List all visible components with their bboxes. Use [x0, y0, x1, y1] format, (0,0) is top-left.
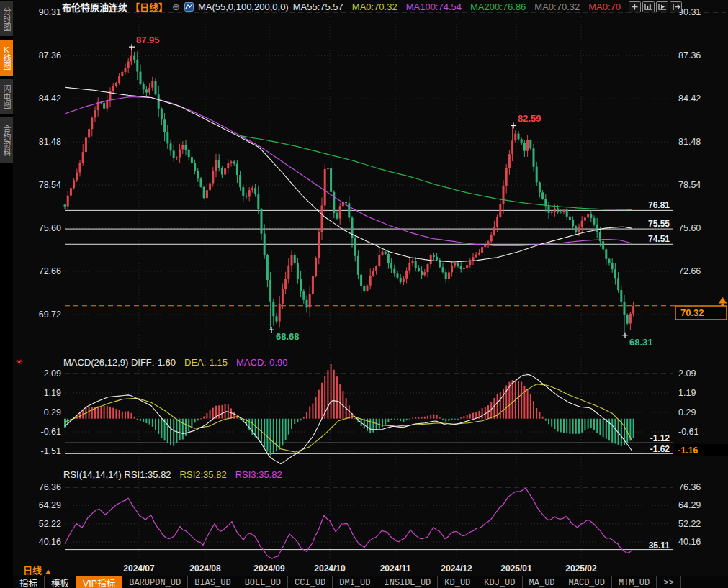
sidebar-item-contract-info[interactable]: 合约资料	[0, 117, 13, 163]
bottom-tab-macd[interactable]: MACD_UD	[562, 576, 612, 588]
svg-text:64.29: 64.29	[39, 500, 61, 510]
ma-value: MA0:70	[588, 1, 621, 12]
svg-text:69.72: 69.72	[39, 309, 61, 320]
x-axis-label: 2024/12	[431, 564, 482, 574]
period-selector[interactable]: 日线 ▲	[23, 563, 52, 576]
ma-formula: MA(55,0,100,200,0,0)	[198, 1, 289, 12]
svg-text:82.59: 82.59	[518, 113, 541, 124]
bottom-tab-more[interactable]: >>	[657, 576, 680, 588]
svg-text:84.42: 84.42	[678, 94, 701, 104]
macd-alert-icon[interactable]: ☀	[15, 357, 23, 367]
svg-text:87.95: 87.95	[136, 35, 160, 45]
svg-text:-1.16: -1.16	[678, 445, 698, 456]
svg-text:-0.61: -0.61	[678, 427, 699, 437]
sidebar-item-time-chart[interactable]: 分时图	[0, 1, 13, 36]
svg-text:87.36: 87.36	[39, 50, 61, 60]
rsi-header: RSI(14,14,14) RSI1:35.82RSI2:35.82RSI3:3…	[63, 469, 282, 480]
x-axis-label: 2025/01	[491, 564, 541, 574]
chart-toolbar	[629, 1, 682, 12]
svg-text:75.60: 75.60	[39, 223, 61, 233]
ma-value: MA0:70.32	[352, 1, 397, 12]
svg-text:81.48: 81.48	[678, 137, 701, 147]
bottom-tab-vip-indicator[interactable]: VIP指标	[76, 576, 122, 588]
svg-text:0.29: 0.29	[678, 407, 696, 417]
macd-value: DEA:-1.15	[184, 357, 228, 368]
svg-text:-1.62: -1.62	[650, 444, 670, 454]
ma-values: MA55:75.57MA0:70.32MA100:74.54MA200:76.8…	[293, 1, 621, 12]
macd-header: MACD(26,12,9) DIFF:-1.60DEA:-1.15MACD:-0…	[63, 357, 288, 368]
sidebar-item-kline-chart[interactable]: K线图	[0, 40, 13, 76]
bottom-tab-mtm[interactable]: MTM_UD	[612, 576, 657, 588]
bottom-tab-ma[interactable]: MA_UD	[523, 576, 562, 588]
hline-layer: 76.8175.5574.51-1.12-1.6235.11	[65, 200, 673, 550]
svg-text:1.19: 1.19	[678, 388, 696, 398]
bottom-tab-dmi[interactable]: DMI_UD	[333, 576, 377, 588]
svg-text:68.31: 68.31	[629, 337, 653, 348]
svg-text:76.36: 76.36	[678, 482, 701, 492]
kline-mini-icon	[184, 2, 194, 12]
add-indicator-icon[interactable]: ⊕	[172, 1, 180, 12]
svg-text:64.29: 64.29	[678, 500, 701, 510]
period-tag: 【日线】	[130, 0, 168, 14]
app-window: 76.8175.5574.51-1.12-1.6235.11-1.1690.31…	[0, 0, 728, 588]
rsi-value: RSI(14,14,14) RSI1:35.82	[63, 469, 171, 480]
x-axis-label: 2024/08	[180, 564, 230, 574]
chart-header: 布伦特原油连续 【日线】 ⊕ MA(55,0,100,200,0,0) MA55…	[62, 1, 621, 13]
instrument-title: 布伦特原油连续	[62, 0, 127, 14]
svg-text:2.09: 2.09	[44, 368, 61, 379]
bottom-tab-kd[interactable]: KD_UD	[438, 576, 477, 588]
svg-text:74.51: 74.51	[648, 234, 670, 244]
svg-text:78.54: 78.54	[39, 180, 61, 190]
macd-value: MACD(26,12,9) DIFF:-1.60	[63, 357, 176, 368]
bottom-tab-barupdn[interactable]: BARUPDN_UD	[122, 576, 188, 588]
svg-text:0.29: 0.29	[44, 407, 61, 417]
ma-value: MA55:75.57	[293, 1, 343, 12]
bottom-tab-inside[interactable]: INSIDE_UD	[377, 576, 438, 588]
svg-text:-0.61: -0.61	[41, 427, 62, 437]
ma-value: MA100:74.54	[406, 1, 462, 12]
bottom-tab-kdj[interactable]: KDJ_UD	[477, 576, 522, 588]
svg-text:84.42: 84.42	[39, 94, 61, 104]
svg-text:87.36: 87.36	[678, 50, 701, 60]
svg-text:75.55: 75.55	[648, 219, 670, 229]
last-price-tag: 70.32	[675, 297, 727, 320]
bottom-tab-template[interactable]: 模板	[45, 576, 76, 588]
x-axis-label: 2024/07	[114, 564, 164, 574]
ma-value: MA200:76.86	[470, 1, 526, 12]
svg-text:72.66: 72.66	[678, 266, 701, 276]
svg-text:75.60: 75.60	[678, 223, 701, 233]
x-axis-label: 2024/10	[305, 564, 355, 574]
svg-text:52.22: 52.22	[39, 519, 61, 529]
x-axis-label: 2025/02	[556, 564, 606, 574]
svg-text:90.31: 90.31	[39, 7, 61, 17]
svg-text:52.22: 52.22	[678, 519, 701, 529]
scale-panel-icon[interactable]	[642, 1, 655, 12]
bottom-tab-boll[interactable]: BOLL_UD	[238, 576, 288, 588]
bottom-tab-cci[interactable]: CCI_UD	[288, 576, 333, 588]
move-tool-icon[interactable]	[629, 1, 641, 12]
x-axis-label: 2024/09	[244, 564, 295, 574]
svg-text:40.16: 40.16	[678, 537, 701, 547]
svg-text:78.54: 78.54	[678, 180, 701, 190]
scale-play-icon[interactable]	[656, 1, 668, 12]
sidebar-item-flash-chart[interactable]: 闪电图	[0, 79, 13, 114]
svg-text:76.81: 76.81	[648, 200, 670, 210]
scale-export-icon[interactable]	[670, 1, 682, 12]
svg-text:-1.51: -1.51	[41, 446, 62, 456]
indicator-tab-bar: 指标模板VIP指标BARUPDN_UDBIAS_UDBOLL_UDCCI_UDD…	[13, 576, 728, 588]
svg-text:40.16: 40.16	[39, 537, 61, 547]
rsi-layer	[65, 488, 632, 558]
svg-text:72.66: 72.66	[39, 266, 61, 276]
svg-text:35.11: 35.11	[649, 540, 670, 551]
rsi-value: RSI3:35.82	[235, 469, 282, 480]
ma-lines-layer	[65, 87, 632, 262]
macd-value: MACD:-0.90	[236, 357, 288, 368]
candles-layer	[64, 47, 635, 335]
svg-text:70.32: 70.32	[680, 307, 704, 318]
bottom-tab-indicator[interactable]: 指标	[13, 576, 45, 588]
bottom-tab-bias[interactable]: BIAS_UD	[188, 576, 238, 588]
time-axis: 日线 ▲ 2024/072024/082024/092024/102024/11…	[0, 561, 728, 576]
svg-text:68.68: 68.68	[276, 331, 300, 342]
svg-text:-1.12: -1.12	[650, 433, 670, 443]
x-axis-label: 2024/11	[370, 564, 421, 574]
